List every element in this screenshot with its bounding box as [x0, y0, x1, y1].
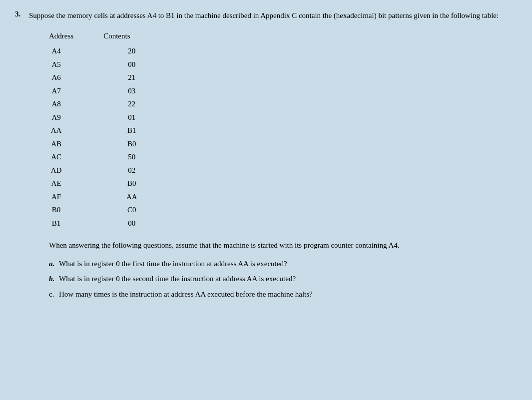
- memory-table: Address Contents A420A500A621A703A822A90…: [49, 29, 160, 230]
- sub-question-c: c.How many times is the instruction at a…: [49, 289, 517, 300]
- table-row: AD02: [49, 164, 160, 177]
- cell-contents: 00: [103, 58, 160, 71]
- table-row: A621: [49, 71, 160, 84]
- sub-questions: a.What is in register 0 the first time t…: [49, 258, 517, 300]
- table-row: A703: [49, 84, 160, 98]
- table-row: AC50: [49, 150, 160, 164]
- cell-address: A8: [49, 97, 103, 111]
- header-contents: Contents: [103, 29, 160, 45]
- table-row: AEB0: [49, 177, 160, 190]
- question-intro: Suppose the memory cells at addresses A4…: [29, 10, 517, 304]
- cell-contents: B1: [103, 124, 160, 137]
- cell-contents: B0: [103, 137, 160, 151]
- cell-address: AE: [49, 177, 103, 190]
- table-body: A420A500A621A703A822A901AAB1ABB0AC50AD02…: [49, 44, 160, 230]
- cell-address: A5: [49, 58, 103, 71]
- question-block: 3. Suppose the memory cells at addresses…: [15, 10, 517, 304]
- table-row: A822: [49, 97, 160, 111]
- cell-contents: C0: [103, 203, 160, 217]
- table-row: AAB1: [49, 124, 160, 137]
- table-section: Address Contents A420A500A621A703A822A90…: [49, 29, 517, 230]
- cell-contents: B0: [103, 177, 160, 190]
- table-row: ABB0: [49, 137, 160, 151]
- sub-text-0: What is in register 0 the first time the…: [59, 258, 517, 270]
- question-number: 3.: [15, 10, 25, 304]
- table-header-row: Address Contents: [49, 29, 160, 45]
- sub-label-1: b.: [49, 273, 57, 285]
- question-intro-text: Suppose the memory cells at addresses A4…: [29, 11, 499, 19]
- cell-contents: 03: [103, 84, 160, 98]
- cell-address: AF: [49, 190, 103, 204]
- cell-address: A6: [49, 71, 103, 84]
- cell-contents: 00: [103, 217, 160, 230]
- content-area: 3. Suppose the memory cells at addresses…: [15, 10, 517, 312]
- table-row: AFAA: [49, 190, 160, 204]
- table-row: B0C0: [49, 203, 160, 217]
- cell-address: A4: [49, 44, 103, 58]
- cell-contents: 02: [103, 164, 160, 177]
- cell-contents: 20: [103, 44, 160, 58]
- cell-address: AB: [49, 137, 103, 151]
- cell-address: B1: [49, 217, 103, 230]
- header-address: Address: [49, 29, 103, 45]
- cell-address: B0: [49, 203, 103, 217]
- sub-text-1: What is in register 0 the second time th…: [59, 273, 517, 285]
- cell-contents: 01: [103, 111, 160, 124]
- table-row: B100: [49, 217, 160, 230]
- follow-up-content: When answering the following questions, …: [49, 241, 400, 249]
- cell-contents: 21: [103, 71, 160, 84]
- sub-label-0: a.: [49, 258, 57, 270]
- sub-label-2: c.: [49, 289, 57, 300]
- sub-text-2: How many times is the instruction at add…: [59, 289, 517, 300]
- cell-address: AC: [49, 150, 103, 164]
- cell-address: AD: [49, 164, 103, 177]
- sub-question-b: b.What is in register 0 the second time …: [49, 273, 517, 285]
- cell-address: AA: [49, 124, 103, 137]
- cell-contents: 22: [103, 97, 160, 111]
- cell-contents: AA: [103, 190, 160, 204]
- cell-contents: 50: [103, 150, 160, 164]
- sub-question-a: a.What is in register 0 the first time t…: [49, 258, 517, 270]
- cell-address: A7: [49, 84, 103, 98]
- table-row: A420: [49, 44, 160, 58]
- follow-up-text: When answering the following questions, …: [49, 240, 517, 251]
- cell-address: A9: [49, 111, 103, 124]
- table-row: A901: [49, 111, 160, 124]
- table-row: A500: [49, 58, 160, 71]
